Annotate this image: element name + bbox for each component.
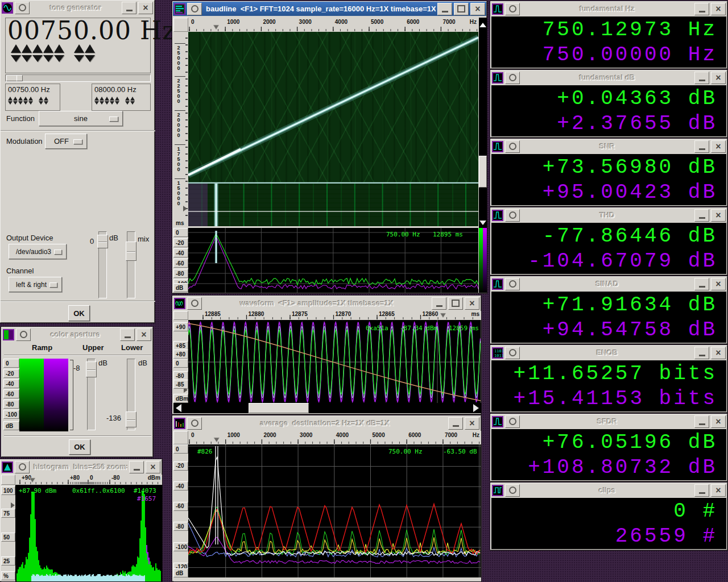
function-dropdown[interactable]: sine: [39, 111, 123, 126]
decrement-arrow-icon[interactable]: [44, 101, 48, 105]
digit-stepper[interactable]: [28, 97, 33, 105]
window-menu-button[interactable]: [505, 3, 520, 15]
digit-stepper[interactable]: [115, 97, 119, 105]
titlebar[interactable]: SFDR ×: [491, 414, 727, 429]
minimize-button[interactable]: [694, 347, 709, 359]
mix-slider-thumb[interactable]: [126, 242, 136, 261]
close-button[interactable]: ×: [465, 297, 479, 310]
histogram-plot[interactable]: +87.90 dBm 0x61ff..0x6100 #14073 #1657: [15, 485, 162, 581]
minimize-button[interactable]: [122, 2, 136, 14]
gain-slider-thumb[interactable]: [97, 235, 108, 248]
output-device-dropdown[interactable]: /dev/audio3: [9, 244, 67, 259]
increment-arrow-icon[interactable]: [54, 44, 64, 53]
scrollbar-thumb[interactable]: [479, 156, 487, 188]
titlebar[interactable]: fundamental Hz ×: [491, 2, 727, 16]
digit-stepper[interactable]: [74, 44, 84, 62]
decrement-arrow-icon[interactable]: [85, 55, 95, 62]
ok-button[interactable]: OK: [69, 439, 90, 455]
close-button[interactable]: ×: [711, 140, 726, 153]
window-menu-button[interactable]: [187, 3, 202, 15]
increment-arrow-icon[interactable]: [74, 44, 84, 53]
increment-arrow-icon[interactable]: [105, 97, 109, 101]
window-menu-button[interactable]: [187, 297, 202, 310]
decrement-arrow-icon[interactable]: [130, 101, 135, 105]
increment-arrow-icon[interactable]: [100, 97, 104, 101]
minimize-button[interactable]: [694, 209, 709, 222]
time-ruler[interactable]: 2500022500200001750015000ms: [173, 32, 188, 228]
increment-arrow-icon[interactable]: [11, 44, 21, 53]
decrement-arrow-icon[interactable]: [74, 55, 84, 62]
titlebar[interactable]: fundamental dB ×: [491, 70, 727, 85]
lower-slider-thumb[interactable]: [126, 411, 136, 427]
digit-stepper[interactable]: [94, 97, 99, 105]
digit-stepper[interactable]: [8, 97, 13, 105]
minimize-button[interactable]: [694, 140, 709, 153]
digit-stepper[interactable]: [85, 44, 95, 62]
titlebar[interactable]: average destination=2 Hz=1X dB=1X ×: [173, 416, 481, 430]
minimize-button[interactable]: [694, 72, 709, 84]
waveform-plot[interactable]: 0xa51a -87.34 dBm 12859 ms: [188, 320, 481, 403]
window-menu-button[interactable]: [505, 209, 520, 222]
scroll-down-arrow[interactable]: [479, 218, 487, 228]
window-menu-button[interactable]: [505, 72, 520, 84]
increment-arrow-icon[interactable]: [110, 97, 114, 101]
frequency-ruler[interactable]: 01000200030004000500060007000Hz: [188, 18, 478, 32]
minimize-button[interactable]: [694, 3, 709, 15]
minimize-button[interactable]: [432, 297, 446, 310]
digit-stepper[interactable]: [105, 97, 109, 105]
digit-stepper[interactable]: [22, 44, 32, 62]
maximize-button[interactable]: [454, 3, 469, 15]
digit-stepper[interactable]: [23, 97, 28, 105]
increment-arrow-icon[interactable]: [39, 97, 43, 101]
decrement-arrow-icon[interactable]: [28, 101, 33, 105]
window-menu-button[interactable]: [16, 329, 31, 341]
upper-slider-thumb[interactable]: [86, 361, 97, 377]
titlebar[interactable]: color aperture ×: [2, 327, 152, 342]
decrement-arrow-icon[interactable]: [115, 101, 119, 105]
increment-arrow-icon[interactable]: [8, 97, 13, 101]
window-menu-button[interactable]: [505, 278, 520, 290]
digit-stepper[interactable]: [125, 97, 130, 105]
window-menu-button[interactable]: [187, 417, 202, 430]
pause-button[interactable]: [479, 18, 487, 32]
sweep-start-steppers[interactable]: [8, 97, 49, 105]
channel-dropdown[interactable]: left & right: [9, 277, 62, 292]
titlebar[interactable]: SINAD ×: [491, 277, 727, 291]
close-button[interactable]: ×: [146, 461, 160, 473]
window-menu-button[interactable]: [505, 140, 520, 153]
increment-arrow-icon[interactable]: [23, 97, 28, 101]
decrement-arrow-icon[interactable]: [125, 101, 130, 105]
scroll-left-arrow[interactable]: [173, 403, 184, 413]
close-button[interactable]: ×: [711, 278, 726, 290]
window-menu-button[interactable]: [505, 347, 520, 359]
decrement-arrow-icon[interactable]: [100, 101, 104, 105]
ok-button[interactable]: OK: [68, 305, 90, 321]
decrement-arrow-icon[interactable]: [105, 101, 109, 105]
decrement-arrow-icon[interactable]: [13, 101, 18, 105]
minimize-button[interactable]: [694, 484, 709, 497]
decrement-arrow-icon[interactable]: [32, 55, 43, 62]
digit-stepper[interactable]: [43, 44, 53, 62]
frequency-slider[interactable]: [5, 74, 151, 82]
ramp-gradient-purple[interactable]: [44, 359, 68, 431]
digit-stepper[interactable]: [130, 97, 135, 105]
decrement-arrow-icon[interactable]: [8, 101, 13, 105]
titlebar[interactable]: THD ×: [491, 208, 727, 222]
digit-stepper[interactable]: [11, 44, 21, 62]
waveform-time-ruler[interactable]: 128851288012875128701286512860ms: [188, 311, 481, 320]
increment-arrow-icon[interactable]: [43, 44, 53, 53]
minimize-button[interactable]: [694, 415, 709, 428]
increment-arrow-icon[interactable]: [115, 97, 119, 101]
decrement-arrow-icon[interactable]: [22, 55, 32, 62]
ramp-gradient-green[interactable]: [19, 359, 44, 431]
decrement-arrow-icon[interactable]: [18, 101, 23, 105]
increment-arrow-icon[interactable]: [22, 44, 32, 53]
increment-arrow-icon[interactable]: [125, 97, 130, 101]
minimize-button[interactable]: [694, 278, 709, 290]
vertical-scrollbar[interactable]: [479, 32, 487, 228]
titlebar[interactable]: waveform <F1> amplitude=1X timebase=1X ×: [173, 296, 481, 310]
maximize-button[interactable]: [448, 297, 463, 310]
frequency-digit-steppers[interactable]: [11, 44, 96, 62]
spectrogram-display[interactable]: [188, 32, 478, 184]
horizontal-scrollbar[interactable]: [173, 403, 481, 413]
